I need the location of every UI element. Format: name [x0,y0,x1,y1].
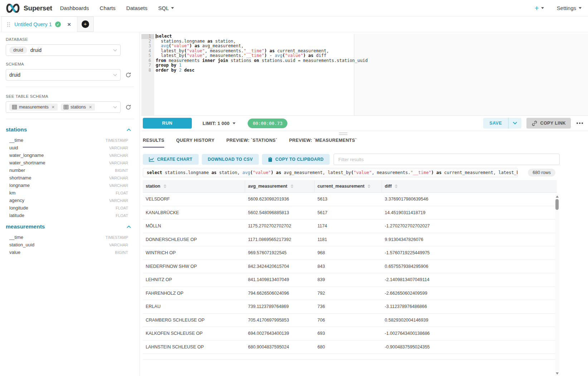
column-header-current-measurement[interactable]: current_measurement [315,180,382,192]
table-cell: 792 [315,287,382,300]
results-table-body: VELSDORF5609.62309820193656133.376901798… [143,193,557,354]
column-header-diff[interactable]: diff [382,180,557,192]
run-button[interactable]: RUN [143,118,192,129]
chart-icon [149,157,154,162]
nav-item-datasets[interactable]: Datasets [126,5,147,11]
more-actions-button[interactable] [577,122,583,124]
chevron-down-icon [113,49,117,52]
table-block-measurements: measurements __time TIMESTAMP station_uu… [6,223,134,256]
table-cell: ERLAU [143,300,245,313]
save-options-button[interactable] [509,118,521,129]
chevron-down-icon [113,74,117,76]
table-pill-stations[interactable]: stations✕ [61,103,95,111]
table-cell: 680 [315,341,382,354]
line-number: 2 [141,39,154,44]
table-header-measurements[interactable]: measurements [6,223,131,230]
results-pane: RESULTSQUERY HISTORYPREVIEW: `STATIONS`P… [143,135,588,376]
chevron-up-icon [127,225,131,228]
sql-editor[interactable]: 12345678 select stations.longname as sta… [141,34,588,115]
table-cell: 3.3769017980639546 [382,193,557,206]
column-row: km FLOAT [6,189,131,197]
clipboard-icon [268,157,272,162]
refresh-tables-icon[interactable] [125,104,132,110]
tab-preview-stations[interactable]: PREVIEW: `STATIONS` [227,138,277,148]
tab-preview-measurements[interactable]: PREVIEW: `MEASUREMENTS` [289,138,357,148]
superset-brand[interactable]: Superset [5,4,52,13]
table-row: MÖLLN1175.27027027027021174-1.2702702702… [143,220,557,233]
column-row: shortname VARCHAR [6,174,131,182]
table-cell: KANALBRÜCKE [143,206,245,220]
nav-right: + Settings [535,4,582,12]
scroll-down-icon[interactable] [556,372,559,375]
table-icon [12,105,17,109]
table-cell: 1181 [315,233,382,246]
column-row: water_longname VARCHAR [6,151,131,159]
table-row: NIEDERFINOW SHW OP842.34244206157048430.… [143,260,557,274]
scrollbar-thumb[interactable] [555,199,559,210]
results-actions: CREATE CHART DOWNLOAD TO CSV COPY TO CLI… [143,154,560,165]
create-chart-button[interactable]: CREATE CHART [143,154,199,165]
sort-icon [164,184,166,188]
chevron-down-icon [233,122,235,124]
table-cell: -2.662650602409599 [382,287,557,300]
table-cell: 5613 [315,193,382,206]
nav-menu: Dashboards Charts Datasets SQL [60,5,174,11]
database-select[interactable]: druid druid [6,44,121,56]
limit-dropdown[interactable]: LIMIT: 1 000 [203,121,235,126]
save-split-button: SAVE [483,118,521,129]
line-number: 7 [141,63,154,68]
close-tab-icon[interactable]: ✕ [67,22,71,27]
table-cell: 839 [315,273,382,286]
results-table: stationavg_measurementcurrent_measuremen… [143,180,557,360]
table-cell: -2.1409813407049114 [382,273,557,286]
table-row: LAHNSTEIN SCHLEUSE OP680.900483759502468… [143,341,557,354]
table-cell: DONNERSCHLEUSE OP [143,233,245,246]
table-cell: -1.0027643400138686 [382,327,557,340]
download-to-csv-button[interactable]: DOWNLOAD TO CSV [202,154,259,165]
copy-link-button[interactable]: COPY LINK [526,118,571,129]
remove-table-icon[interactable]: ✕ [89,105,92,110]
refresh-schemas-icon[interactable] [125,72,132,78]
table-cell: WINTRICH OP [143,246,245,260]
table-row: KANALBRÜCKE5602.548096885813561714.45190… [143,206,557,220]
table-cell: 693 [315,327,382,340]
limit-value: 1 000 [218,121,230,126]
table-cell: -1.5760719225449975 [382,246,557,260]
column-row: water_shortname VARCHAR [6,159,131,167]
column-header-station[interactable]: station [143,180,245,192]
limit-label: LIMIT: [203,121,216,126]
add-tab-button[interactable]: + [82,20,89,28]
new-item-button[interactable]: + [535,4,544,12]
copy-to-clipboard-button[interactable]: COPY TO CLIPBOARD [262,154,330,165]
column-row: uuid VARCHAR [6,144,131,151]
settings-menu[interactable]: Settings [557,5,582,11]
sort-icon [368,184,370,188]
table-header-stations[interactable]: stations [6,126,131,133]
filter-results-input[interactable] [334,154,560,165]
results-scrollbar[interactable] [555,194,559,376]
table-cell: 969.576071922545 [245,246,315,260]
nav-item-sql[interactable]: SQL [158,5,174,11]
nav-item-dashboards[interactable]: Dashboards [60,5,89,11]
editor-code[interactable]: select stations.longname as station, avg… [154,34,588,115]
table-pill-measurements[interactable]: measurements✕ [9,103,58,111]
column-header-avg-measurement[interactable]: avg_measurement [245,180,315,192]
scroll-up-icon[interactable] [556,196,559,198]
column-row: value BIGINT [6,249,131,256]
table-row: DONNERSCHLEUSE OP1171.086956521739211819… [143,233,557,247]
schema-select[interactable]: druid [6,69,121,81]
table-cell: MÖLLN [143,220,245,233]
table-cell: 0.6575579384295906 [382,260,557,273]
top-navbar: Superset Dashboards Charts Datasets SQL … [0,0,588,16]
table-cell: KALKOFEN SCHLEUSE OP [143,327,245,340]
tab-query-history[interactable]: QUERY HISTORY [176,138,214,148]
tab-untitled-query-1[interactable]: Untitled Query 1 ✓ ✕ [1,16,77,32]
save-button[interactable]: SAVE [483,118,508,129]
table-schema-select[interactable]: measurements✕ stations✕ [6,101,121,113]
query-tabstrip: Untitled Query 1 ✓ ✕ + [0,16,588,32]
nav-item-charts[interactable]: Charts [100,5,116,11]
table-cell: 5609.623098201936 [245,193,315,206]
table-cell: FAHRENHOLZ OP [143,287,245,300]
remove-table-icon[interactable]: ✕ [52,105,55,110]
tab-results[interactable]: RESULTS [143,138,164,148]
